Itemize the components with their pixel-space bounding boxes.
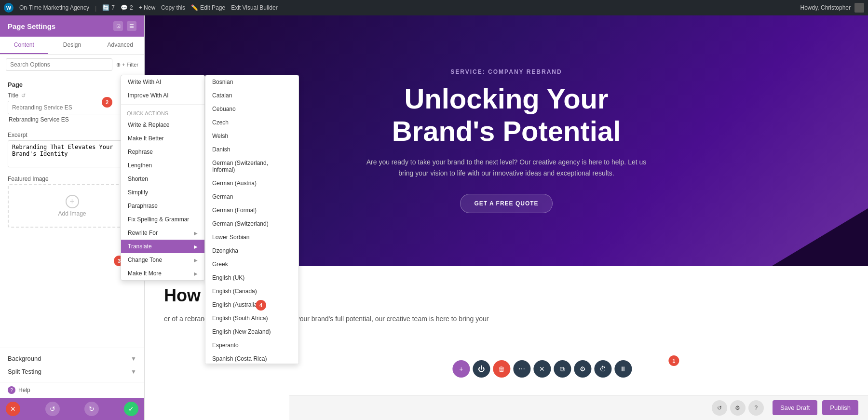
- featured-image-upload[interactable]: + Add Image: [8, 184, 136, 228]
- lang-english-canada[interactable]: English (Canada): [205, 285, 298, 298]
- lengthen-item[interactable]: Lengthen: [121, 159, 204, 172]
- top-bar: W On-Time Marketing Agency | 🔄7 💬2 + New…: [0, 0, 868, 15]
- background-row[interactable]: Background ▼: [8, 352, 136, 365]
- lang-bosnian[interactable]: Bosnian: [205, 75, 298, 89]
- publish-button[interactable]: Publish: [822, 400, 858, 415]
- search-input[interactable]: [6, 58, 112, 71]
- undo-button[interactable]: ↺: [45, 402, 60, 416]
- excerpt-label: Excerpt: [8, 132, 136, 138]
- lang-english-uk[interactable]: English (UK): [205, 271, 298, 285]
- filter-button[interactable]: ⊕ + Filter: [116, 62, 138, 68]
- translate-item[interactable]: Translate ▶: [121, 240, 204, 253]
- lang-german-formal[interactable]: German (Formal): [205, 203, 298, 217]
- toolbar-more-button[interactable]: ⋯: [513, 360, 530, 378]
- paraphrase-item[interactable]: Paraphrase: [121, 199, 204, 213]
- tab-content[interactable]: Content: [0, 37, 48, 54]
- excerpt-textarea[interactable]: Rebranding That Elevates Your Brand's Id…: [8, 140, 136, 167]
- simplify-item[interactable]: Simplify: [121, 186, 204, 199]
- topbar-separator: |: [95, 4, 96, 12]
- help-text: Help: [18, 387, 30, 393]
- lang-catalan[interactable]: Catalan: [205, 89, 298, 102]
- make-more-item[interactable]: Make It More ▶: [121, 267, 204, 280]
- lang-dzongkha[interactable]: Dzongkha: [205, 244, 298, 257]
- new-button[interactable]: + New: [139, 4, 155, 11]
- site-name[interactable]: On-Time Marketing Agency: [19, 4, 89, 11]
- refresh-icon-btn[interactable]: ↺: [712, 400, 727, 416]
- translate-arrow-icon: ▶: [194, 244, 198, 249]
- comments-count[interactable]: 💬2: [121, 4, 133, 11]
- cancel-button[interactable]: ✕: [6, 402, 20, 416]
- redo-button[interactable]: ↻: [84, 402, 99, 416]
- wordpress-logo-icon[interactable]: W: [4, 3, 14, 13]
- title-label: Title ↺: [8, 92, 136, 99]
- howdy-text: Howdy, Christopher: [800, 4, 851, 11]
- background-arrow-icon: ▼: [131, 355, 136, 362]
- background-label: Background: [8, 355, 41, 362]
- ai-dropdown-menu: Write With AI Improve With AI Quick Acti…: [121, 75, 205, 281]
- make-better-item[interactable]: Make It Better: [121, 132, 204, 145]
- toolbar-add-button[interactable]: +: [452, 360, 470, 378]
- rewrite-for-item[interactable]: Rewrite For ▶: [121, 226, 204, 240]
- lang-esperanto[interactable]: Esperanto: [205, 339, 298, 352]
- toolbar-settings-button[interactable]: ⚙: [574, 360, 591, 378]
- improve-with-ai-item[interactable]: Improve With AI: [121, 89, 204, 102]
- filter-icon: ⊕: [116, 62, 121, 68]
- save-draft-button[interactable]: Save Draft: [773, 400, 817, 415]
- lang-lower-sorbian[interactable]: Lower Sorbian: [205, 230, 298, 244]
- shorten-item[interactable]: Shorten: [121, 172, 204, 186]
- lang-spanish-costa-rica[interactable]: Spanish (Costa Rica): [205, 352, 298, 364]
- step4-badge: 4: [256, 300, 266, 311]
- step2-badge: 2: [102, 97, 112, 108]
- tab-design[interactable]: Design: [48, 37, 96, 54]
- floating-toolbar: + ⏻ 🗑 ⋯ ✕ ⧉ ⚙ 1 ⏱ ⏸: [452, 360, 632, 378]
- lang-german-austria[interactable]: German (Austria): [205, 176, 298, 190]
- rephrase-item[interactable]: Rephrase: [121, 145, 204, 159]
- tab-advanced[interactable]: Advanced: [96, 37, 144, 54]
- lang-english-south-africa[interactable]: English (South Africa): [205, 312, 298, 325]
- fix-spelling-item[interactable]: Fix Spelling & Grammar: [121, 213, 204, 226]
- user-avatar[interactable]: [854, 3, 864, 13]
- page-settings-title: Page Settings: [8, 22, 55, 30]
- sidebar-search-bar: ⊕ + Filter: [0, 54, 144, 75]
- translate-submenu: Bosnian Catalan Cebuano Czech Welsh Dani…: [205, 75, 299, 364]
- toolbar-power-button[interactable]: ⏻: [473, 360, 490, 378]
- excerpt-field-group: Excerpt Rebranding That Elevates Your Br…: [8, 132, 136, 169]
- exit-builder-button[interactable]: Exit Visual Builder: [231, 4, 278, 11]
- edit-page-button[interactable]: ✏️Edit Page: [191, 4, 225, 11]
- lang-german[interactable]: German: [205, 190, 298, 203]
- lang-czech[interactable]: Czech: [205, 116, 298, 129]
- hero-service-label: SERVICE: COMPANY REBRAND: [450, 68, 562, 75]
- sidebar-header: Page Settings ⊡ ☰: [0, 15, 144, 37]
- write-replace-item[interactable]: Write & Replace: [121, 118, 204, 132]
- sidebar-icon-screen[interactable]: ⊡: [113, 21, 123, 31]
- lang-german-swiss-informal[interactable]: German (Switzerland, Informal): [205, 156, 298, 176]
- change-tone-item[interactable]: Change Tone ▶: [121, 253, 204, 267]
- lang-english-australia[interactable]: English (Australia): [205, 298, 298, 312]
- lang-english-new-zealand[interactable]: English (New Zealand): [205, 325, 298, 339]
- copy-this-button[interactable]: Copy this: [161, 4, 185, 11]
- updates-count[interactable]: 🔄7: [102, 4, 115, 11]
- confirm-button[interactable]: ✓: [124, 402, 138, 416]
- sidebar-icon-close[interactable]: ☰: [127, 21, 136, 31]
- toolbar-copy-button[interactable]: ⧉: [554, 360, 571, 378]
- title-input-wrapper: 2 AI: [8, 101, 136, 114]
- toolbar-pause-button[interactable]: ⏸: [614, 360, 632, 378]
- help-icon-btn[interactable]: ?: [748, 400, 764, 416]
- settings-icon-btn[interactable]: ⚙: [730, 400, 746, 416]
- hero-cta-button[interactable]: GET A FREE QUOTE: [460, 194, 552, 213]
- lang-danish[interactable]: Danish: [205, 143, 298, 156]
- featured-image-field: Featured Image + Add Image: [8, 176, 136, 228]
- split-testing-row[interactable]: Split Testing ▼: [8, 365, 136, 378]
- main-layout: Page Settings ⊡ ☰ Content Design Advance…: [0, 15, 868, 420]
- lang-german-swiss[interactable]: German (Switzerland): [205, 217, 298, 230]
- title-refresh-icon[interactable]: ↺: [21, 93, 26, 99]
- lang-welsh[interactable]: Welsh: [205, 129, 298, 143]
- write-with-ai-item[interactable]: Write With AI: [121, 75, 204, 89]
- lang-greek[interactable]: Greek: [205, 257, 298, 271]
- toolbar-cancel-x-button[interactable]: ✕: [533, 360, 551, 378]
- title-input[interactable]: [8, 101, 136, 114]
- lang-cebuano[interactable]: Cebuano: [205, 102, 298, 116]
- toolbar-delete-button[interactable]: 🗑: [493, 360, 510, 378]
- toolbar-timer-button[interactable]: ⏱: [594, 360, 611, 378]
- help-icon[interactable]: ?: [8, 386, 15, 394]
